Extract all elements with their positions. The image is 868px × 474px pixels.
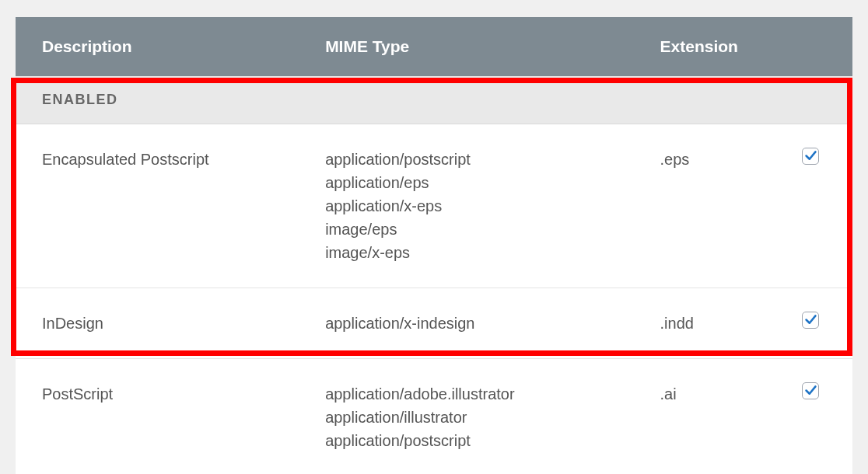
mime-line: application/illustrator xyxy=(325,406,660,429)
check-icon xyxy=(804,384,817,397)
check-icon xyxy=(804,313,817,326)
cell-extension: .ai xyxy=(660,359,803,475)
section-row-enabled: ENABLED xyxy=(16,76,852,124)
mime-line: image/eps xyxy=(325,218,660,241)
column-header-description: Description xyxy=(16,17,325,76)
table-header-row: Description MIME Type Extension xyxy=(16,17,852,76)
cell-mime: application/adobe.illustrator applicatio… xyxy=(325,359,660,475)
mime-line: application/postscript xyxy=(325,148,660,171)
enable-checkbox[interactable] xyxy=(802,312,819,329)
cell-description: Encapsulated Postscript xyxy=(16,124,325,288)
mime-line: application/adobe.illustrator xyxy=(325,382,660,406)
cell-extension: .eps xyxy=(660,124,803,288)
column-header-mime: MIME Type xyxy=(325,17,660,76)
cell-mime: application/postscript application/eps a… xyxy=(325,124,660,288)
table-row: PostScript application/adobe.illustrator… xyxy=(16,359,852,475)
table-container: Description MIME Type Extension ENABLED … xyxy=(0,0,868,474)
cell-mime: application/x-indesign xyxy=(325,288,660,359)
mime-line: application/x-eps xyxy=(325,194,660,218)
enable-checkbox[interactable] xyxy=(802,148,819,165)
cell-description: InDesign xyxy=(16,288,325,359)
column-header-checkbox xyxy=(802,17,852,76)
section-label: ENABLED xyxy=(16,76,852,124)
mime-line: image/x-eps xyxy=(325,241,660,264)
table-row: InDesign application/x-indesign .indd xyxy=(16,288,852,359)
cell-description: PostScript xyxy=(16,359,325,475)
table-body: ENABLED Encapsulated Postscript applicat… xyxy=(16,76,852,474)
cell-extension: .indd xyxy=(660,288,803,359)
mime-line: application/eps xyxy=(325,171,660,194)
table-row: Encapsulated Postscript application/post… xyxy=(16,124,852,288)
check-icon xyxy=(804,149,817,162)
mime-line: application/x-indesign xyxy=(325,312,660,335)
mime-line: application/postscript xyxy=(325,429,660,452)
column-header-extension: Extension xyxy=(660,17,803,76)
mime-types-table: Description MIME Type Extension ENABLED … xyxy=(16,17,852,474)
enable-checkbox[interactable] xyxy=(802,382,819,399)
